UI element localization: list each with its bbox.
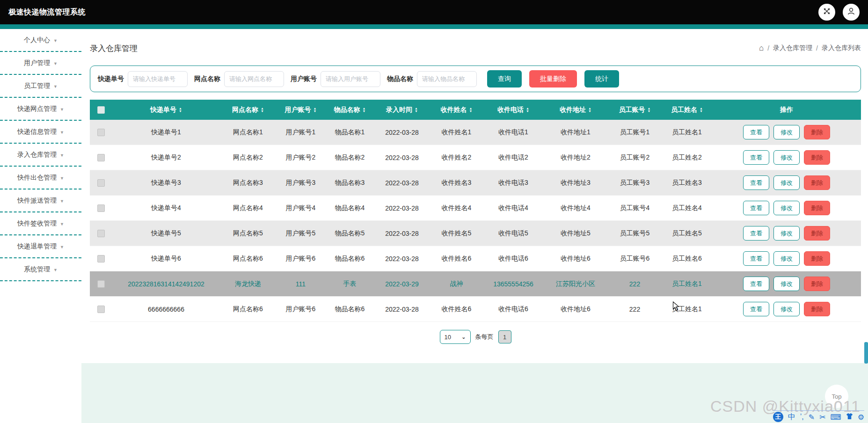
- sort-desc-arrow: ▼: [179, 110, 182, 113]
- delete-button[interactable]: 删除: [804, 150, 830, 165]
- table-row[interactable]: 快递单号4网点名称4用户账号4物品名称42022-03-28收件姓名4收件电话4…: [90, 196, 861, 221]
- page-size-select[interactable]: 10 ⌄: [440, 330, 471, 344]
- row-checkbox[interactable]: [97, 204, 105, 212]
- sort-icon[interactable]: ▲▼: [648, 107, 651, 113]
- row-checkbox[interactable]: [97, 129, 105, 136]
- sort-desc-arrow: ▼: [526, 110, 529, 113]
- table-cell: 网点名称6: [220, 297, 276, 322]
- sidebar-item-1[interactable]: 个人中心▼: [0, 29, 81, 52]
- sort-icon[interactable]: ▲▼: [314, 107, 317, 113]
- delete-button[interactable]: 删除: [804, 277, 830, 291]
- view-button[interactable]: 查看: [743, 150, 769, 165]
- sort-desc-arrow: ▼: [588, 110, 591, 113]
- delete-button[interactable]: 删除: [804, 201, 830, 215]
- table-cell: 用户账号1: [276, 120, 325, 145]
- edit-button[interactable]: 修改: [773, 150, 800, 165]
- statistics-button[interactable]: 统计: [584, 70, 619, 88]
- sidebar-item-3[interactable]: 员工管理▼: [0, 75, 81, 98]
- row-checkbox[interactable]: [97, 280, 105, 288]
- batch-delete-button[interactable]: 批量删除: [529, 70, 577, 88]
- view-button[interactable]: 查看: [743, 125, 769, 139]
- table-row[interactable]: 快递单号6网点名称6用户账号6物品名称62022-03-28收件姓名6收件电话6…: [90, 246, 861, 271]
- sidebar-item-label: 快件出仓管理: [17, 174, 57, 182]
- sort-icon[interactable]: ▲▼: [588, 107, 591, 113]
- edit-button[interactable]: 修改: [773, 226, 800, 241]
- sidebar-item-9[interactable]: 快件签收管理▼: [0, 212, 81, 235]
- query-button[interactable]: 查询: [487, 70, 522, 88]
- sidebar-item-11[interactable]: 系统管理▼: [0, 258, 81, 281]
- view-button[interactable]: 查看: [743, 251, 769, 266]
- view-button[interactable]: 查看: [743, 277, 769, 291]
- row-checkbox[interactable]: [97, 255, 105, 263]
- sidebar-item-6[interactable]: 录入仓库管理▼: [0, 144, 81, 167]
- sidebar-item-7[interactable]: 快件出仓管理▼: [0, 167, 81, 190]
- sort-icon[interactable]: ▲▼: [261, 107, 264, 113]
- gear-icon[interactable]: ⚙: [858, 413, 864, 422]
- view-button[interactable]: 查看: [743, 175, 769, 190]
- punctuation-icon[interactable]: ’,: [800, 413, 804, 421]
- pen-icon[interactable]: ✎: [809, 413, 815, 422]
- edit-button[interactable]: 修改: [773, 251, 800, 266]
- sidebar-item-5[interactable]: 快递信息管理▼: [0, 121, 81, 144]
- edit-button[interactable]: 修改: [773, 302, 800, 316]
- sidebar-item-8[interactable]: 快件派送管理▼: [0, 190, 81, 212]
- sort-icon[interactable]: ▲▼: [469, 107, 473, 113]
- table-cell: 物品名称6: [325, 297, 374, 322]
- edit-button[interactable]: 修改: [773, 277, 800, 291]
- search-input-4[interactable]: [417, 71, 477, 87]
- search-input-2[interactable]: [224, 71, 284, 87]
- edit-button[interactable]: 修改: [773, 175, 800, 190]
- edit-button[interactable]: 修改: [773, 201, 800, 215]
- sidebar-item-10[interactable]: 快递退单管理▼: [0, 235, 81, 258]
- table-row[interactable]: 快递单号3网点名称3用户账号3物品名称32022-03-28收件姓名3收件电话3…: [90, 170, 861, 196]
- page-number-button[interactable]: 1: [498, 330, 511, 343]
- sidebar-item-2[interactable]: 用户管理▼: [0, 52, 81, 75]
- table-row[interactable]: 快递单号5网点名称5用户账号5物品名称52022-03-28收件姓名5收件电话5…: [90, 221, 861, 246]
- zhong-icon[interactable]: 中: [788, 412, 795, 422]
- column-header: 员工姓名▲▼: [662, 100, 712, 120]
- fullscreen-button[interactable]: [818, 4, 835, 21]
- wang-badge-icon[interactable]: 王: [773, 412, 783, 422]
- view-button[interactable]: 查看: [743, 302, 769, 316]
- sort-icon[interactable]: ▲▼: [179, 107, 182, 113]
- delete-button[interactable]: 删除: [804, 302, 830, 316]
- table-row[interactable]: 202232816314142491202海龙快递111手表2022-03-29…: [90, 271, 861, 297]
- search-input-1[interactable]: [128, 71, 188, 87]
- delete-button[interactable]: 删除: [804, 125, 830, 139]
- sort-icon[interactable]: ▲▼: [526, 107, 529, 113]
- select-all-checkbox[interactable]: [97, 106, 105, 114]
- table-cell: 2022-03-28: [374, 246, 430, 271]
- search-field-4: 物品名称: [387, 71, 477, 87]
- search-input-3[interactable]: [321, 71, 380, 87]
- sort-icon[interactable]: ▲▼: [415, 107, 418, 113]
- row-checkbox[interactable]: [97, 179, 105, 187]
- row-checkbox[interactable]: [97, 230, 105, 237]
- delete-button[interactable]: 删除: [804, 175, 830, 190]
- shirt-icon[interactable]: [846, 413, 853, 422]
- sidebar-item-4[interactable]: 快递网点管理▼: [0, 98, 81, 121]
- delete-button[interactable]: 删除: [804, 226, 830, 241]
- user-button[interactable]: [843, 4, 860, 21]
- row-checkbox[interactable]: [97, 306, 105, 313]
- table-cell: 物品名称6: [325, 246, 374, 271]
- edit-button[interactable]: 修改: [773, 125, 800, 139]
- breadcrumb-item[interactable]: 录入仓库管理: [773, 44, 812, 52]
- table-cell: 收件电话4: [483, 196, 543, 221]
- scrollbar-thumb[interactable]: [864, 342, 868, 364]
- sort-icon[interactable]: ▲▼: [700, 107, 703, 113]
- delete-button[interactable]: 删除: [804, 251, 830, 266]
- view-button[interactable]: 查看: [743, 201, 769, 215]
- table-cell: 快递单号4: [112, 196, 220, 221]
- scissors-icon[interactable]: ✂: [819, 413, 825, 422]
- table-row[interactable]: 6666666666网点名称6用户账号6物品名称62022-03-28收件姓名6…: [90, 297, 861, 322]
- keyboard-icon[interactable]: ⌨: [831, 413, 841, 422]
- breadcrumb-item[interactable]: 录入仓库列表: [822, 44, 861, 52]
- chevron-down-icon: ▼: [60, 107, 64, 112]
- view-button[interactable]: 查看: [743, 226, 769, 241]
- table-row[interactable]: 快递单号1网点名称1用户账号1物品名称12022-03-28收件姓名1收件电话1…: [90, 120, 861, 145]
- home-icon[interactable]: ⌂: [759, 44, 764, 53]
- row-checkbox[interactable]: [97, 154, 105, 161]
- table-row[interactable]: 快递单号2网点名称2用户账号2物品名称22022-03-28收件姓名2收件电话2…: [90, 145, 861, 170]
- sort-icon[interactable]: ▲▼: [363, 107, 366, 113]
- row-actions: 查看修改删除: [713, 226, 860, 241]
